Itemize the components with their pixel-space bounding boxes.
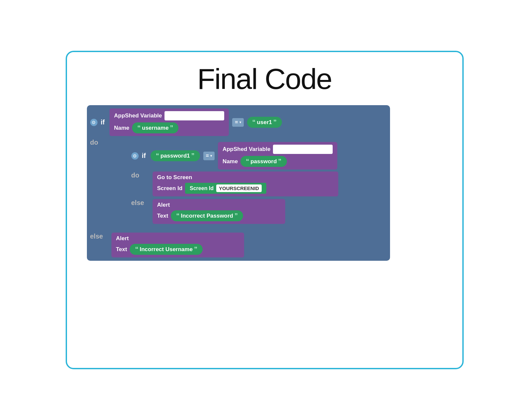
main-card: Final Code ⚙ if AppShed Variable Name (66, 51, 464, 369)
outer-name-label1: Name (114, 125, 129, 131)
goto-screen-label-row: Go to Screen (157, 174, 334, 181)
outer-else-label: else (90, 233, 107, 240)
outer-user1-quote-open: “ (252, 118, 256, 126)
outer-eq-arrow: ▾ (239, 120, 241, 124)
outer-alert-text-label: Text (116, 246, 127, 253)
outer-user1-string: “ user1 ” (247, 117, 282, 128)
screen-id-block-label: Screen Id (190, 185, 214, 191)
inner-alert-text-value: Incorrect Password (181, 213, 233, 219)
inner-alert-quote-close: ” (234, 212, 238, 220)
inner-appshed-label2: AppShed Variable (223, 146, 271, 153)
outer-alert-quote-open: “ (135, 245, 138, 253)
outer-appshed-var-block: AppShed Variable Name “ username ” (109, 108, 229, 136)
outer-username-value: username (142, 125, 168, 131)
inner-alert-quote-open: “ (176, 212, 179, 220)
inner-if-container: ⚙ if “ password1 ” = ▾ (128, 139, 387, 230)
inner-alert-text-row: Text “ Incorrect Password ” (157, 210, 281, 221)
goto-screen-label: Go to Screen (157, 174, 192, 181)
inner-alert-text-string: “ Incorrect Password ” (171, 210, 243, 221)
outer-user1-quote-close: ” (273, 118, 277, 126)
inner-pw1-quote-open: “ (156, 152, 159, 160)
goto-screen-id-label: Screen Id (157, 185, 183, 192)
inner-pw1-value: password1 (161, 153, 190, 159)
inner-eq-arrow: ▾ (210, 154, 212, 158)
goto-screen-block: Go to Screen Screen Id Screen Id YOURSCR… (153, 172, 338, 196)
screen-id-block: Screen Id YOURSCREENID (185, 183, 266, 194)
inner-eq-dropdown[interactable]: = ▾ (203, 152, 215, 160)
inner-appshed-row2: Name “ password ” (223, 156, 333, 167)
outer-user1-value: user1 (257, 119, 272, 126)
inner-appshed-input2[interactable] (273, 145, 333, 154)
blocks-area: ⚙ if AppShed Variable Name “ username ” (87, 105, 449, 261)
inner-else-row: else Alert Text “ Incorrect Password (131, 199, 383, 224)
page-title: Final Code (80, 62, 449, 96)
inner-if-header: ⚙ if “ password1 ” = ▾ (131, 142, 383, 170)
outer-alert-text-value: Incorrect Username (140, 246, 193, 253)
outer-alert-quote-close: ” (194, 245, 197, 253)
outer-if-keyword: if (101, 118, 105, 126)
inner-alert-label: Alert (157, 202, 170, 208)
inner-pw-quote-open: “ (246, 158, 249, 165)
outer-alert-text-string: “ Incorrect Username ” (130, 244, 203, 255)
outer-appshed-input1[interactable] (165, 111, 224, 120)
inner-gear-icon[interactable]: ⚙ (131, 152, 139, 160)
outer-if-header: ⚙ if AppShed Variable Name “ username ” (90, 108, 387, 136)
outer-username-quote-open: “ (137, 124, 141, 132)
inner-else-label: else (131, 199, 148, 207)
inner-alert-block: Alert Text “ Incorrect Password ” (153, 199, 285, 224)
inner-password-string: “ password ” (240, 156, 287, 167)
outer-appshed-row1: AppShed Variable (114, 111, 225, 120)
outer-gear-icon[interactable]: ⚙ (90, 119, 98, 126)
outer-alert-label: Alert (116, 235, 129, 242)
outer-do-label: do (90, 139, 107, 146)
inner-name-label2: Name (223, 158, 238, 165)
inner-if-keyword: if (142, 152, 146, 160)
outer-appshed-label1: AppShed Variable (114, 112, 162, 119)
outer-alert-text-row: Text “ Incorrect Username ” (116, 244, 239, 255)
inner-appshed-var-block: AppShed Variable Name “ password ” (218, 142, 338, 170)
outer-else-row: else Alert Text “ Incorrect Username ” (90, 233, 387, 257)
outer-username-string: “ username ” (132, 122, 178, 133)
inner-eq-label: = (206, 153, 209, 159)
outer-eq-dropdown[interactable]: = ▾ (232, 118, 243, 127)
outer-if-container: ⚙ if AppShed Variable Name “ username ” (87, 105, 390, 261)
inner-pw-value: password (250, 158, 277, 165)
goto-screen-id-row: Screen Id Screen Id YOURSCREENID (157, 183, 334, 194)
outer-alert-block: Alert Text “ Incorrect Username ” (111, 233, 244, 257)
screen-id-input[interactable]: YOURSCREENID (216, 184, 262, 192)
outer-alert-label-row: Alert (116, 235, 239, 242)
inner-alert-text-label: Text (157, 213, 168, 219)
inner-pw-quote-close: ” (278, 158, 282, 165)
inner-do-row: do Go to Screen Screen Id Screen Id YOUR… (131, 172, 383, 196)
inner-appshed-row1: AppShed Variable (223, 145, 333, 154)
outer-username-quote-close: ” (170, 124, 173, 132)
outer-do-row: do ⚙ if “ password1 ” (90, 139, 387, 230)
inner-do-label: do (131, 172, 148, 179)
inner-pw1-quote-close: ” (191, 152, 195, 160)
inner-password1-string: “ password1 ” (151, 150, 200, 161)
outer-eq-label: = (235, 119, 238, 125)
inner-alert-label-row: Alert (157, 202, 281, 208)
outer-appshed-row2: Name “ username ” (114, 122, 225, 133)
